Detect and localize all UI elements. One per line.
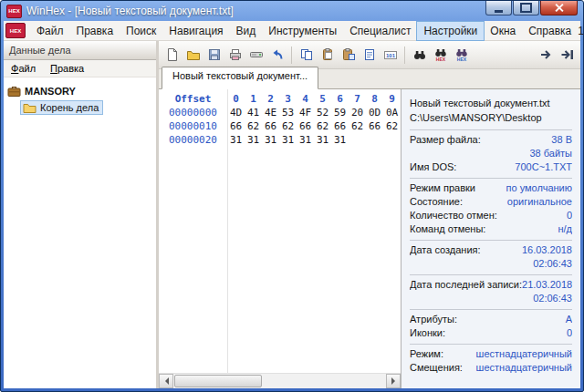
paste-button[interactable] — [317, 45, 338, 66]
info-file-path: C:\Users\MANSORY\Desktop — [410, 110, 572, 125]
hex-byte[interactable]: 52 — [314, 106, 331, 119]
info-value: 02:06:43 — [533, 292, 572, 305]
hex-column-header: 4 — [297, 92, 314, 106]
copy-as-hex-button[interactable] — [359, 45, 380, 66]
hex-row: 00000000 4D 41 4E — [159, 106, 401, 119]
tree-selection: Корень дела — [21, 101, 102, 114]
hex-byte[interactable]: 41 — [245, 106, 262, 119]
window-controls — [485, 1, 578, 15]
hex-byte[interactable]: 66 — [227, 119, 245, 133]
info-section: Размер файла: 38 B 38 байты — [410, 129, 572, 178]
hex-byte[interactable]: 4D — [227, 106, 245, 119]
menu-item[interactable]: Настройки — [417, 22, 484, 40]
tab-document[interactable]: Новый текстовый документ... — [162, 67, 318, 89]
info-row: Смещения: шестнадцатеричный — [410, 361, 572, 375]
hex-byte[interactable]: 31 — [314, 133, 331, 147]
binary-convert-button[interactable]: 101 — [380, 45, 401, 66]
find-text-button[interactable] — [409, 45, 430, 66]
print-button[interactable] — [224, 45, 245, 66]
tree-item-label: MANSORY — [25, 86, 76, 97]
hex-column-header: 6 — [331, 92, 349, 106]
document-content: Offset 0 1 2 — [159, 89, 580, 388]
menu-item[interactable]: Правка — [70, 22, 120, 40]
hex-byte[interactable]: 0D — [366, 106, 383, 119]
hex-byte[interactable]: 66 — [331, 119, 349, 133]
continue-search-button[interactable] — [557, 45, 578, 66]
hex-column-header: 2 — [262, 92, 279, 106]
info-section: Дата создания: 16.03.2018 02:06:43 — [410, 240, 572, 274]
case-menu-item[interactable]: Правка — [43, 61, 91, 76]
minimize-button[interactable] — [485, 1, 512, 15]
scrollbar-track[interactable] — [173, 375, 386, 387]
info-section-rows: Размер файла: 38 B 38 байты — [410, 133, 572, 174]
info-value: по умолчанию — [506, 181, 572, 195]
paste-into-new-button[interactable] — [338, 45, 359, 66]
undo-button[interactable] — [266, 45, 287, 66]
info-file-name: Новый текстовый документ.txt — [410, 96, 572, 110]
hex-byte[interactable]: 66 — [297, 119, 314, 133]
copy-button[interactable] — [296, 45, 317, 66]
open-file-button[interactable] — [182, 45, 203, 66]
toolbar-right-group — [536, 45, 578, 66]
hex-byte[interactable]: 59 — [331, 106, 349, 119]
hex-byte[interactable]: 31 — [227, 133, 245, 147]
hex-byte[interactable]: 31 — [297, 133, 314, 147]
hex-byte[interactable]: 31 — [279, 133, 297, 147]
menu-item[interactable]: Специалист — [343, 22, 417, 40]
replace-hex-button[interactable]: HEX — [451, 45, 472, 66]
hex-byte[interactable]: 31 — [245, 133, 262, 147]
find-text-icon — [412, 47, 427, 62]
hex-byte[interactable]: 0A — [383, 106, 401, 119]
scroll-left-button[interactable] — [159, 374, 173, 388]
info-label: Смещения: — [410, 361, 463, 375]
close-button[interactable] — [540, 1, 578, 15]
save-button[interactable] — [203, 45, 224, 66]
hex-byte[interactable]: 62 — [349, 119, 366, 133]
hex-column-header: 8 — [366, 92, 383, 106]
toolbar: 101 HEX — [159, 41, 580, 69]
menu-items: Файл Правка Поиск Навигация Вид Инструме… — [30, 21, 578, 40]
hex-byte[interactable]: 62 — [383, 119, 401, 133]
info-label: Размер файла: — [410, 133, 481, 147]
open-disk-icon — [249, 47, 264, 62]
save-icon — [207, 47, 222, 62]
hex-byte[interactable]: 31 — [262, 133, 279, 147]
find-hex-button[interactable]: HEX — [430, 45, 451, 66]
hex-editor[interactable]: Offset 0 1 2 — [159, 89, 401, 373]
minimize-icon — [495, 10, 503, 13]
hex-byte[interactable]: 66 — [262, 119, 279, 133]
goto-offset-button[interactable] — [536, 45, 557, 66]
info-value: 0 — [567, 326, 572, 340]
hex-byte[interactable]: 4F — [297, 106, 314, 119]
hex-byte[interactable]: 66 — [366, 119, 383, 133]
menu-bar: HEX Файл Правка Поиск Навигация Вид Инст… — [4, 21, 580, 41]
menu-item[interactable]: Навигация — [162, 22, 229, 40]
scroll-right-button[interactable] — [386, 374, 401, 388]
new-file-button[interactable] — [162, 45, 182, 66]
menu-item[interactable]: Окна — [484, 22, 522, 40]
hex-byte[interactable]: 62 — [245, 119, 262, 133]
menu-item[interactable]: Файл — [30, 22, 70, 40]
tab-strip: Новый текстовый документ... — [159, 69, 580, 89]
tree-item-case-root[interactable]: Корень дела — [7, 99, 152, 116]
menu-item[interactable]: Вид — [230, 22, 263, 40]
hex-byte[interactable]: 31 — [331, 133, 349, 147]
title-bar[interactable]: HEX WinHex - [Новый текстовый документ.t… — [4, 1, 580, 21]
open-disk-button[interactable] — [245, 45, 266, 66]
hex-byte[interactable]: 53 — [279, 106, 297, 119]
menu-item[interactable]: Справка — [522, 22, 578, 40]
tree-item-case[interactable]: MANSORY — [7, 83, 152, 99]
menu-item[interactable]: Инструменты — [262, 22, 343, 40]
horizontal-scrollbar[interactable] — [159, 373, 401, 388]
case-menu-item[interactable]: Файл — [4, 61, 43, 76]
hex-byte[interactable]: 20 — [349, 106, 366, 119]
winhex-logo-icon: HEX — [5, 23, 26, 38]
maximize-button[interactable] — [513, 1, 539, 15]
hex-byte[interactable]: 62 — [279, 119, 297, 133]
hex-byte[interactable]: 4E — [262, 106, 279, 119]
hex-byte[interactable]: 62 — [314, 119, 331, 133]
menu-item[interactable]: Поиск — [120, 22, 162, 40]
version-label: 19.6 x64 — [578, 25, 584, 37]
hex-column-header: 9 — [383, 92, 401, 106]
scrollbar-thumb[interactable] — [174, 375, 262, 387]
